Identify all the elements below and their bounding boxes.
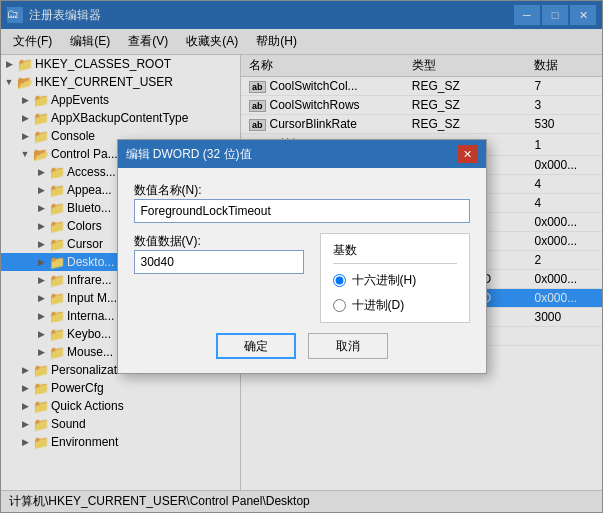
dialog-close-button[interactable]: ✕ bbox=[458, 145, 478, 163]
radio-dec[interactable] bbox=[333, 299, 346, 312]
name-label: 数值名称(N): bbox=[134, 183, 202, 197]
radio-hex[interactable] bbox=[333, 274, 346, 287]
radio-hex-label[interactable]: 十六进制(H) bbox=[333, 272, 457, 289]
dialog-body: 数值名称(N): 数值数据(V): 基数 十六进制(H) bbox=[118, 168, 486, 373]
dialog-base-section: 基数 十六进制(H) 十进制(D) bbox=[320, 233, 470, 323]
radio-dec-text: 十进制(D) bbox=[352, 297, 405, 314]
name-input[interactable] bbox=[134, 199, 470, 223]
dialog-title-bar: 编辑 DWORD (32 位)值 ✕ bbox=[118, 140, 486, 168]
dialog-title: 编辑 DWORD (32 位)值 bbox=[126, 146, 252, 163]
edit-dword-dialog: 编辑 DWORD (32 位)值 ✕ 数值名称(N): 数值数据(V): 基数 bbox=[117, 139, 487, 374]
base-label: 基数 bbox=[333, 242, 457, 264]
ok-button[interactable]: 确定 bbox=[216, 333, 296, 359]
radio-hex-text: 十六进制(H) bbox=[352, 272, 417, 289]
data-label: 数值数据(V): bbox=[134, 234, 201, 248]
data-input[interactable] bbox=[134, 250, 304, 274]
dialog-data-section: 数值数据(V): bbox=[134, 233, 304, 274]
dialog-data-row: 数值数据(V): 基数 十六进制(H) 十进制(D) bbox=[134, 233, 470, 323]
modal-overlay: 编辑 DWORD (32 位)值 ✕ 数值名称(N): 数值数据(V): 基数 bbox=[0, 0, 603, 513]
radio-group: 十六进制(H) 十进制(D) bbox=[333, 272, 457, 314]
dialog-buttons: 确定 取消 bbox=[134, 323, 470, 363]
cancel-button[interactable]: 取消 bbox=[308, 333, 388, 359]
radio-dec-label[interactable]: 十进制(D) bbox=[333, 297, 457, 314]
